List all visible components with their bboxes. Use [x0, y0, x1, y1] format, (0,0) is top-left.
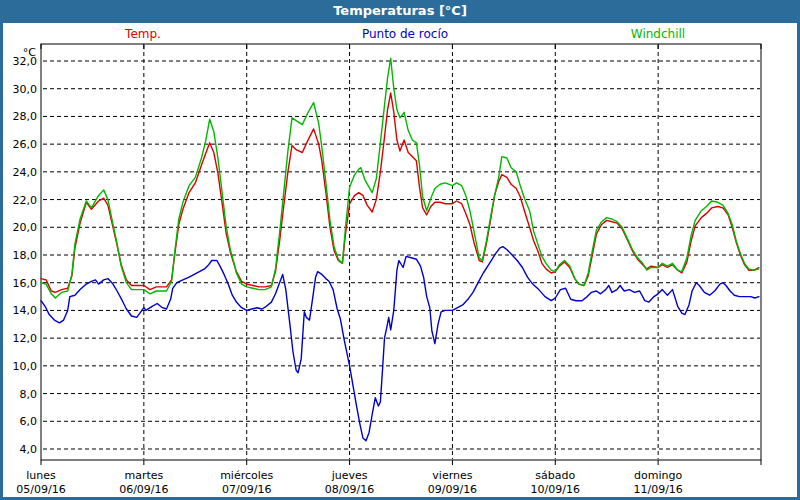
window-title: Temperaturas [°C]	[333, 3, 467, 18]
chart-panel: Temp. Punto de rocío Windchill	[3, 23, 797, 497]
title-bar: Temperaturas [°C]	[0, 0, 800, 23]
app-window: Temperaturas [°C] Temp. Punto de rocío W…	[0, 0, 800, 500]
legend-item-temp: Temp.	[125, 27, 161, 41]
legend-item-dewpoint: Punto de rocío	[362, 27, 448, 41]
legend-item-windchill: Windchill	[631, 27, 685, 41]
